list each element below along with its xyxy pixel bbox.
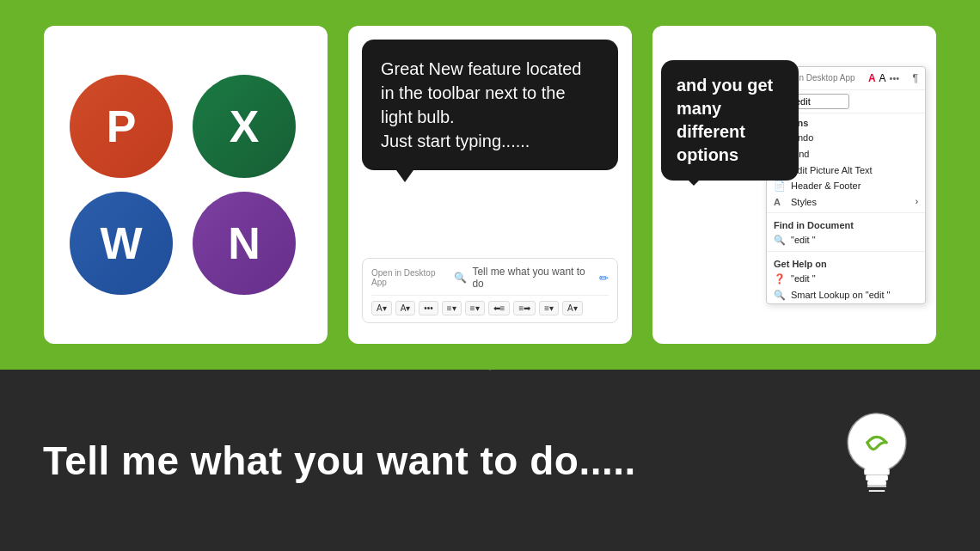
top-section: P X W N Great New feature located in the…	[0, 0, 980, 370]
edit-pencil-icon: ✏	[599, 272, 609, 285]
find-doc-icon: 🔍	[774, 235, 786, 246]
onenote-letter: N	[228, 217, 260, 269]
find-edit-label: "edit "	[791, 235, 816, 245]
formatting-buttons-row: A▾ A▾ ••• ≡▾ ≡▾ ⬅≡ ≡➡ ≡▾ A▾	[371, 301, 609, 315]
header-footer-icon: 📄	[774, 181, 786, 192]
font-a-normal: A	[879, 72, 886, 84]
header-footer-label: Header & Footer	[791, 181, 861, 191]
header-footer-menu-item[interactable]: 📄 Header & Footer	[767, 178, 925, 194]
styles-icon: A	[774, 197, 786, 207]
get-help-on-header: Get Help on	[767, 254, 925, 271]
indent-more-btn[interactable]: ≡➡	[513, 301, 536, 315]
search-magnifier-icon: 🔍	[454, 272, 467, 284]
card-feature-description: Great New feature located in the toolbar…	[348, 26, 632, 344]
font-a-red: A	[868, 72, 876, 84]
card-office-icons: P X W N	[44, 26, 328, 344]
smart-lookup-icon: 🔍	[774, 290, 786, 301]
styles-label: Styles	[791, 197, 817, 207]
find-in-document-header: Find in Document	[767, 216, 925, 232]
more-options-icon: •••	[890, 73, 900, 83]
font-color-btn[interactable]: A▾	[371, 301, 392, 315]
menu-options-bubble: and you get many different options	[661, 60, 799, 181]
svg-rect-2	[864, 468, 890, 474]
open-in-desktop-label: Open in Desktop App	[371, 268, 449, 287]
excel-letter: X	[230, 101, 260, 152]
page-title: Tell me what you want to do.....	[43, 438, 636, 484]
pointer-triangle	[466, 346, 514, 370]
word-letter: W	[100, 217, 142, 269]
toolbar-top-row: Open in Desktop App 🔍 Tell me what you w…	[371, 266, 609, 296]
font-style-btn[interactable]: A▾	[395, 301, 416, 315]
word-icon-circle: W	[70, 192, 173, 295]
lightbulb-icon	[834, 409, 920, 512]
svg-rect-3	[866, 474, 888, 480]
align-btn[interactable]: ≡▾	[539, 301, 559, 315]
list-btn[interactable]: ≡▾	[442, 301, 462, 315]
svg-rect-4	[867, 481, 886, 486]
office-icons-grid: P X W N	[61, 66, 310, 303]
feature-speech-bubble: Great New feature located in the toolbar…	[362, 40, 618, 170]
outdent-btn[interactable]: ⬅≡	[488, 301, 511, 315]
onenote-icon-circle: N	[193, 192, 296, 295]
styles-chevron-right-icon: ›	[916, 197, 918, 206]
smart-lookup-label: Smart Lookup on "edit "	[791, 290, 890, 300]
smart-lookup-menu-item[interactable]: 🔍 Smart Lookup on "edit "	[767, 287, 925, 303]
bottom-section: Tell me what you want to do.....	[0, 370, 980, 551]
edit-picture-alt-text-label: Edit Picture Alt Text	[791, 165, 873, 175]
styles-menu-item[interactable]: A Styles ›	[767, 194, 925, 210]
toolbar-mockup: Open in Desktop App 🔍 Tell me what you w…	[362, 258, 618, 323]
help-edit-menu-item[interactable]: ❓ "edit "	[767, 271, 925, 287]
paragraph-icon: ¶	[913, 72, 918, 84]
excel-icon-circle: X	[193, 75, 296, 178]
feature-bubble-text: Great New feature located in the toolbar…	[381, 59, 581, 150]
tell-me-placeholder: Tell me what you want to do	[472, 266, 594, 290]
rtl-btn[interactable]: A▾	[562, 301, 583, 315]
powerpoint-icon-circle: P	[70, 75, 173, 178]
card-menu-options: and you get many different options Open …	[652, 26, 936, 344]
indent-btn[interactable]: ≡▾	[465, 301, 485, 315]
find-edit-menu-item[interactable]: 🔍 "edit "	[767, 232, 925, 248]
more-btn[interactable]: •••	[419, 301, 438, 315]
help-edit-label: "edit "	[791, 273, 816, 284]
powerpoint-letter: P	[107, 101, 137, 152]
help-icon: ❓	[774, 273, 786, 285]
font-color-controls: A A •••	[868, 72, 899, 84]
options-bubble-text: and you get many different options	[677, 76, 773, 164]
